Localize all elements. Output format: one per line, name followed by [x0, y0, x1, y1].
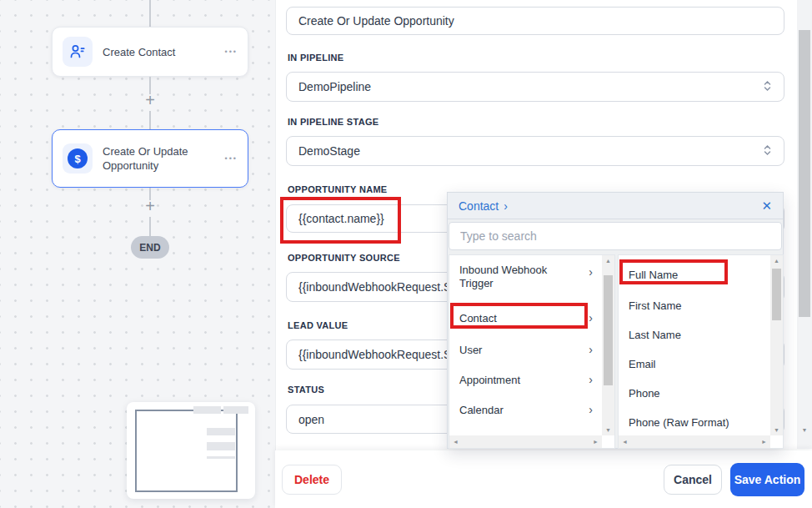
field-item-phone[interactable]: Phone [619, 382, 771, 404]
chevron-right-icon: › [589, 343, 593, 356]
field-item-first-name[interactable]: First Name [619, 294, 771, 316]
chevron-right-icon: › [589, 264, 593, 279]
minimap-viewport [135, 410, 238, 492]
chevron-right-icon: › [589, 373, 593, 386]
category-item-calendar[interactable]: Calendar › [449, 399, 603, 420]
custom-values-dropdown: Contact › ✕ Inbound Webhook Trigger › Co… [447, 192, 784, 449]
category-item-inbound-webhook-trigger[interactable]: Inbound Webhook Trigger › [449, 262, 603, 299]
scroll-up-icon[interactable]: ▲ [602, 258, 614, 264]
field-label: LEAD VALUE [288, 320, 348, 330]
minimap-bar [207, 456, 235, 459]
field-list: Full Name First Name Last Name Email Pho… [618, 254, 784, 449]
scrollbar-thumb[interactable] [799, 30, 810, 317]
node-create-or-update-opportunity[interactable]: $ Create Or Update Opportunity ••• [52, 129, 248, 188]
node-menu-icon[interactable]: ••• [225, 48, 238, 56]
breadcrumb[interactable]: Contact [459, 199, 499, 213]
node-label: Create Contact [103, 45, 196, 59]
chevron-right-icon: › [589, 403, 593, 416]
panel-scrollbar[interactable]: ▼ [797, 0, 812, 449]
workflow-canvas[interactable]: Create Contact ••• + $ Create Or Update … [0, 0, 275, 508]
minimap-bar [223, 406, 248, 414]
dropdown-header: Contact › ✕ [448, 193, 783, 219]
panel-footer: Delete Cancel Save Action [275, 450, 812, 508]
pipeline-stage-select[interactable]: DemoStage [286, 136, 784, 166]
category-item-user[interactable]: User › [449, 339, 603, 360]
add-step-icon[interactable]: + [140, 91, 160, 110]
minimap-bar [193, 406, 221, 414]
opportunity-icon: $ [63, 143, 93, 174]
field-label: IN PIPELINE STAGE [288, 117, 378, 127]
category-item-contact[interactable]: Contact › [449, 307, 603, 329]
field-item-full-name[interactable]: Full Name [619, 264, 771, 285]
category-list: Inbound Webhook Trigger › Contact › User… [449, 254, 615, 449]
field-label: IN PIPELINE [288, 53, 343, 63]
dollar-icon: $ [68, 148, 88, 168]
add-step-icon[interactable]: + [140, 197, 160, 216]
chevron-up-down-icon [763, 143, 772, 159]
save-action-button[interactable]: Save Action [730, 463, 804, 496]
contact-icon [63, 37, 93, 67]
field-item-last-name[interactable]: Last Name [619, 324, 771, 345]
field-list-vscrollbar[interactable]: ▲ ▼ [770, 255, 783, 435]
cancel-button[interactable]: Cancel [664, 465, 722, 495]
select-value: DemoPipeline [298, 80, 371, 93]
scroll-down-icon[interactable]: ▼ [770, 427, 783, 433]
chevron-right-icon: › [504, 199, 508, 213]
node-create-contact[interactable]: Create Contact ••• [52, 27, 248, 77]
chevron-up-down-icon [763, 79, 772, 95]
minimap[interactable] [127, 402, 255, 499]
delete-button[interactable]: Delete [282, 465, 342, 495]
scroll-right-icon[interactable]: ► [761, 439, 767, 445]
chevron-right-icon: › [589, 311, 593, 324]
minimap-bar [207, 428, 235, 435]
search-input[interactable] [449, 222, 782, 250]
action-name-input[interactable] [286, 7, 784, 35]
connector-line [149, 0, 151, 28]
category-list-vscrollbar[interactable]: ▲ ▼ [602, 255, 614, 435]
field-list-hscrollbar[interactable]: ◄ ► [619, 435, 770, 448]
scroll-down-icon[interactable]: ▼ [602, 427, 614, 433]
field-label: OPPORTUNITY SOURCE [288, 253, 400, 263]
field-item-email[interactable]: Email [619, 353, 771, 375]
connector-line [149, 217, 151, 236]
scroll-down-icon[interactable]: ▼ [797, 427, 812, 433]
field-label: OPPORTUNITY NAME [288, 184, 388, 194]
connector-line [149, 111, 151, 129]
workflow-builder: Create Contact ••• + $ Create Or Update … [0, 0, 812, 508]
field-label: STATUS [288, 385, 324, 395]
minimap-bar [207, 442, 235, 450]
scroll-right-icon[interactable]: ► [593, 439, 599, 445]
end-node: END [131, 236, 169, 259]
scrollbar-thumb[interactable] [772, 269, 781, 320]
select-value: DemoStage [298, 144, 360, 158]
scroll-up-icon[interactable]: ▲ [770, 258, 783, 264]
scrollbar-thumb[interactable] [604, 275, 613, 385]
close-icon[interactable]: ✕ [761, 199, 772, 214]
scroll-left-icon[interactable]: ◄ [622, 439, 628, 445]
node-label: Create Or Update Opportunity [103, 144, 196, 173]
category-list-hscrollbar[interactable]: ◄ ► [449, 435, 602, 448]
scroll-left-icon[interactable]: ◄ [453, 439, 459, 445]
category-item-appointment[interactable]: Appointment › [449, 369, 603, 390]
node-menu-icon[interactable]: ••• [225, 154, 238, 163]
pipeline-select[interactable]: DemoPipeline [286, 72, 784, 102]
field-item-phone-raw-format[interactable]: Phone (Raw Format) [619, 411, 771, 433]
